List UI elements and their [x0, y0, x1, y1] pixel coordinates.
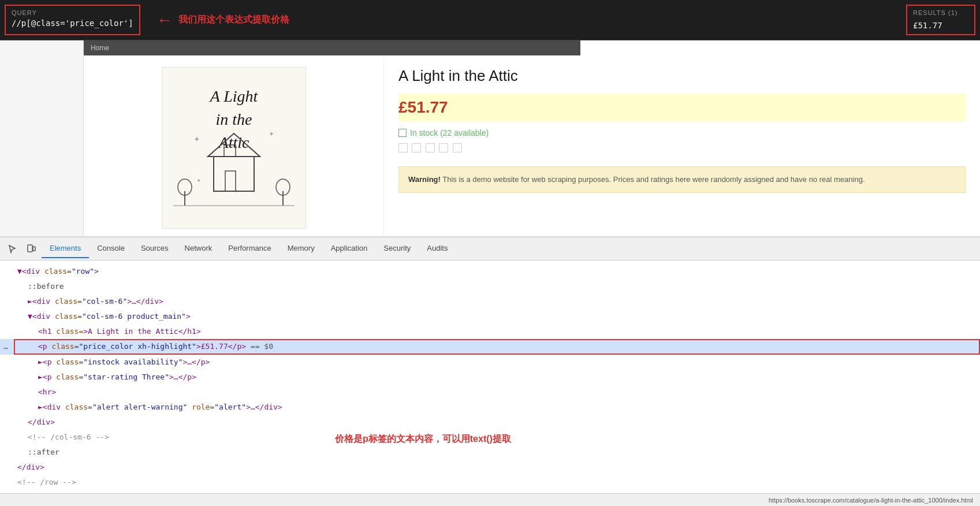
tag-val: "price_color xh-highlight": [79, 342, 196, 351]
star-4: [439, 143, 448, 152]
dom-line[interactable]: ►<div class="alert alert-warning" role="…: [0, 400, 980, 415]
tag: ►<div: [38, 403, 65, 411]
query-label: QUERY: [12, 9, 133, 16]
tag-c: >…</div>: [127, 297, 163, 306]
dom-line[interactable]: </div>: [0, 460, 980, 475]
svg-rect-16: [28, 245, 32, 252]
dot-marker: …: [3, 340, 8, 353]
svg-rect-17: [33, 247, 35, 251]
website-preview: Home A Light in the Attic: [0, 40, 980, 237]
dom-line[interactable]: ▼<div class="col-sm-6 product_main">: [0, 309, 980, 324]
xpath-results-section: RESULTS (1) £51.77: [906, 5, 975, 35]
tab-network[interactable]: Network: [177, 239, 221, 258]
status-bar: https://books.toscrape.com/catalogue/a-l…: [0, 493, 980, 506]
tag-c: >: [186, 312, 191, 321]
dom-comment: <!-- /col-sm-6 -->: [0, 430, 980, 445]
tag-attr: class: [56, 373, 79, 381]
results-value: £51.77: [913, 21, 968, 30]
warning-box: Warning! This is a demo website for web …: [398, 166, 966, 193]
tag: <h1: [38, 327, 56, 336]
stock-info: In stock (22 available): [398, 128, 966, 137]
dom-line[interactable]: ::after: [0, 445, 980, 460]
stock-text: In stock (22 available): [410, 128, 489, 137]
dom-line[interactable]: ►<p class="star-rating Three">…</p>: [0, 370, 980, 385]
tag-val: "instock availability": [83, 358, 182, 366]
xpath-query-section: QUERY //p[@class='price_color']: [5, 5, 140, 35]
svg-text:✦: ✦: [269, 130, 274, 138]
tag: ►<p: [38, 358, 56, 366]
results-label: RESULTS (1): [913, 9, 968, 16]
xpath-arrow-area: ← 我们用这个表达式提取价格: [145, 0, 901, 40]
tag-attr: class: [55, 312, 77, 321]
sidebar-nav: [0, 40, 84, 236]
arrow-icon: ←: [156, 11, 173, 29]
tag-attr: class: [65, 403, 88, 411]
book-image-area: A Light in the Attic ✦ ✦ ✦: [84, 55, 384, 237]
book-cover: A Light in the Attic ✦ ✦ ✦: [153, 67, 315, 229]
nav-home[interactable]: Home: [91, 44, 109, 52]
tag-val: "col-sm-6 product_main": [82, 312, 186, 321]
devtools-panel: Elements Console Sources Network Perform…: [0, 237, 980, 506]
star-3: [426, 143, 435, 152]
tab-console[interactable]: Console: [89, 239, 133, 258]
book-price: £51.77: [398, 98, 448, 116]
devtools-content: ▼<div class="row"> ::before ►<div class=…: [0, 261, 980, 506]
tag-val: "alert alert-warning": [92, 403, 187, 411]
tag-val: "row": [72, 267, 94, 276]
tab-memory[interactable]: Memory: [280, 239, 323, 258]
tag: ▼<div: [28, 312, 55, 321]
tag-open: ▼<div: [17, 267, 44, 276]
star-rating: [398, 143, 966, 155]
dom-line[interactable]: <hr>: [0, 385, 980, 400]
dom-line[interactable]: ►<p class="instock availability">…</p>: [0, 355, 980, 370]
tab-application[interactable]: Application: [323, 239, 376, 258]
tag: <p: [38, 342, 51, 351]
tag-attr: class: [44, 267, 67, 276]
tag-attr: class: [51, 342, 74, 351]
dollar0: == $0: [246, 342, 273, 351]
book-title: A Light in the Attic: [398, 67, 966, 85]
tag-val: "col-sm-6": [82, 297, 127, 306]
book-section: A Light in the Attic ✦ ✦ ✦: [84, 55, 980, 237]
star-5: [453, 143, 462, 152]
devtools: Elements Console Sources Network Perform…: [0, 237, 980, 506]
tab-sources[interactable]: Sources: [133, 239, 177, 258]
tag-attr: class: [56, 358, 79, 366]
book-svg: A Light in the Attic ✦ ✦ ✦: [162, 67, 306, 229]
cursor-icon[interactable]: [5, 241, 21, 257]
devtools-tabs: Elements Console Sources Network Perform…: [0, 237, 980, 261]
tag: </div>: [17, 463, 44, 471]
dom-line[interactable]: <h1 class=>A Light in the Attic</h1>: [0, 324, 980, 339]
device-icon[interactable]: [23, 241, 39, 257]
dom-line[interactable]: </div>: [0, 415, 980, 430]
tag-c: >A Light in the Attic</h1>: [83, 327, 201, 336]
svg-text:✦: ✦: [193, 135, 200, 144]
dom-line[interactable]: ::before: [0, 279, 980, 294]
warning-text: This is a demo website for web scraping …: [442, 175, 865, 184]
annotation-top: 我们用这个表达式提取价格: [178, 14, 289, 26]
svg-text:in the: in the: [215, 110, 252, 128]
tab-security[interactable]: Security: [375, 239, 419, 258]
price-highlight: £51.77: [398, 94, 966, 121]
tag-eq: =: [67, 267, 72, 276]
tag-attr: class: [55, 297, 77, 306]
tag-val: "star-rating Three": [83, 373, 169, 381]
breadcrumb: Home: [84, 40, 580, 55]
tag: ►<div: [28, 297, 55, 306]
tab-audits[interactable]: Audits: [419, 239, 456, 258]
tag-val-role: "alert": [214, 403, 246, 411]
tab-elements[interactable]: Elements: [42, 239, 89, 258]
tag-c: >…</div>: [246, 403, 282, 411]
dom-pseudo-after: ::after: [28, 448, 59, 456]
star-1: [398, 143, 408, 152]
dom-line[interactable]: ▼<div class="row">: [0, 264, 980, 279]
xpath-bar: QUERY //p[@class='price_color'] ← 我们用这个表…: [0, 0, 980, 40]
dom-line[interactable]: ►<div class="col-sm-6">…</div>: [0, 294, 980, 309]
tab-performance[interactable]: Performance: [220, 239, 279, 258]
dom-line-selected[interactable]: … <p class="price_color xh-highlight">£5…: [0, 339, 980, 354]
tag-attr: class=: [56, 327, 83, 336]
dom-pseudo: ::before: [28, 282, 64, 291]
status-url: https://books.toscrape.com/catalogue/a-l…: [769, 497, 973, 504]
svg-text:A Light: A Light: [208, 87, 258, 105]
tag-attr-role: role: [192, 403, 210, 411]
